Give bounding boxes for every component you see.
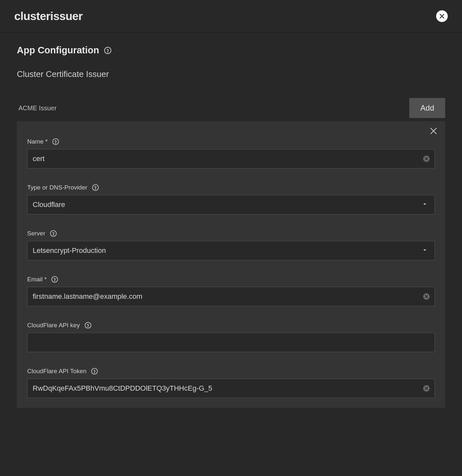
help-icon[interactable] <box>91 368 98 375</box>
dialog-header: clusterissuer <box>0 0 462 33</box>
email-label: Email * <box>27 276 47 283</box>
cf-api-token-input[interactable] <box>27 379 435 398</box>
dialog-title: clusterissuer <box>14 10 82 23</box>
clear-icon <box>425 295 428 298</box>
clear-input-button[interactable] <box>423 293 430 300</box>
acme-header-row: ACME Issuer Add <box>17 98 445 118</box>
field-email: Email * <box>27 276 435 306</box>
field-name: Name * <box>27 138 435 168</box>
server-label: Server <box>27 230 45 237</box>
field-cf-api-key: CloudFlare API key <box>27 322 435 352</box>
clear-input-button[interactable] <box>423 385 430 392</box>
acme-issuer-label: ACME Issuer <box>17 104 57 112</box>
svg-point-19 <box>88 327 88 327</box>
name-input[interactable] <box>27 149 435 168</box>
section-header: App Configuration <box>17 45 445 56</box>
clear-icon <box>425 387 428 390</box>
type-provider-select[interactable]: Cloudflare <box>27 195 435 214</box>
clear-input-button[interactable] <box>423 156 430 162</box>
svg-point-3 <box>107 52 108 52</box>
help-icon[interactable] <box>84 322 92 329</box>
field-type-provider: Type or DNS-Provider Cloudflare <box>27 184 435 214</box>
close-icon <box>439 13 445 19</box>
server-value: Letsencrypt-Production <box>33 246 106 255</box>
svg-point-11 <box>95 189 95 189</box>
svg-point-15 <box>55 281 55 281</box>
dialog-close-button[interactable] <box>436 10 448 22</box>
server-select[interactable]: Letsencrypt-Production <box>27 241 435 260</box>
type-provider-value: Cloudflare <box>33 200 65 209</box>
cf-api-key-label: CloudFlare API key <box>27 322 80 329</box>
help-icon[interactable] <box>92 184 99 191</box>
svg-point-21 <box>94 373 95 373</box>
cf-api-token-label: CloudFlare API Token <box>27 368 86 375</box>
help-icon[interactable] <box>52 138 59 145</box>
field-server: Server Letsencrypt-Production <box>27 230 435 260</box>
clear-icon <box>425 157 428 160</box>
svg-point-7 <box>56 143 56 143</box>
field-cf-api-token: CloudFlare API Token <box>27 368 435 398</box>
email-input[interactable] <box>27 287 435 306</box>
svg-point-13 <box>53 235 53 235</box>
acme-form-panel: Name * <box>17 121 445 408</box>
close-icon <box>429 127 438 135</box>
cf-api-key-input[interactable] <box>27 333 435 352</box>
dialog-content: App Configuration Cluster Certificate Is… <box>0 33 462 408</box>
help-icon[interactable] <box>104 47 112 54</box>
name-label: Name * <box>27 138 48 145</box>
help-icon[interactable] <box>50 230 57 237</box>
type-provider-label: Type or DNS-Provider <box>27 184 87 191</box>
section-subtitle: Cluster Certificate Issuer <box>17 69 445 79</box>
section-title: App Configuration <box>17 45 99 56</box>
add-button[interactable]: Add <box>409 98 445 118</box>
panel-close-button[interactable] <box>429 126 438 135</box>
help-icon[interactable] <box>51 276 58 283</box>
